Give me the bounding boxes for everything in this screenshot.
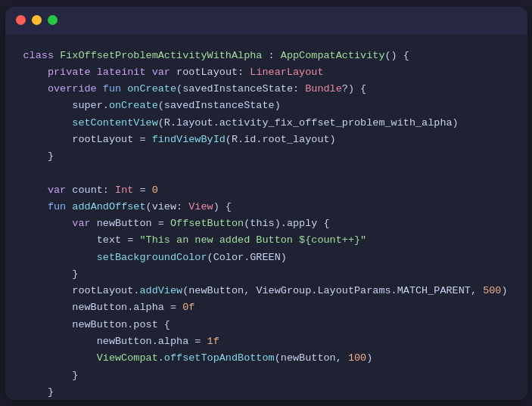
code-line-5: setContentView(R.layout.activity_fix_off… xyxy=(23,115,509,132)
code-line-20: } xyxy=(23,367,509,384)
code-line-12: text = "This an new added Button ${count… xyxy=(23,232,509,249)
code-line-16: newButton.alpha = 0f xyxy=(23,299,509,316)
code-line-21: } xyxy=(23,384,509,400)
code-line-19: ViewCompat.offsetTopAndBottom(newButton,… xyxy=(23,350,509,367)
code-line-18: newButton.alpha = 1f xyxy=(23,333,509,350)
code-line-8 xyxy=(23,165,509,181)
code-line-15: rootLayout.addView(newButton, ViewGroup.… xyxy=(23,283,509,299)
code-line-11: var newButton = OffsetButton(this).apply… xyxy=(23,215,509,232)
minimize-icon[interactable] xyxy=(32,15,42,25)
code-line-7: } xyxy=(23,148,509,165)
code-line-3: override fun onCreate(savedInstanceState… xyxy=(23,81,509,98)
code-line-14: } xyxy=(23,266,509,283)
code-line-17: newButton.post { xyxy=(23,317,509,333)
maximize-icon[interactable] xyxy=(48,15,58,25)
close-icon[interactable] xyxy=(16,15,26,25)
code-editor: class FixOffsetProblemActivityWithAlpha … xyxy=(5,34,527,400)
code-line-13: setBackgroundColor(Color.GREEN) xyxy=(23,249,509,266)
code-line-4: super.onCreate(savedInstanceState) xyxy=(23,98,509,114)
code-line-10: fun addAndOffset(view: View) { xyxy=(23,199,509,215)
code-line-9: var count: Int = 0 xyxy=(23,182,509,199)
code-line-1: class FixOffsetProblemActivityWithAlpha … xyxy=(23,48,509,64)
titlebar xyxy=(5,7,527,34)
code-line-6: rootLayout = findViewById(R.id.root_layo… xyxy=(23,132,509,148)
code-window: class FixOffsetProblemActivityWithAlpha … xyxy=(5,7,527,400)
code-line-2: private lateinit var rootLayout: LinearL… xyxy=(23,64,509,81)
